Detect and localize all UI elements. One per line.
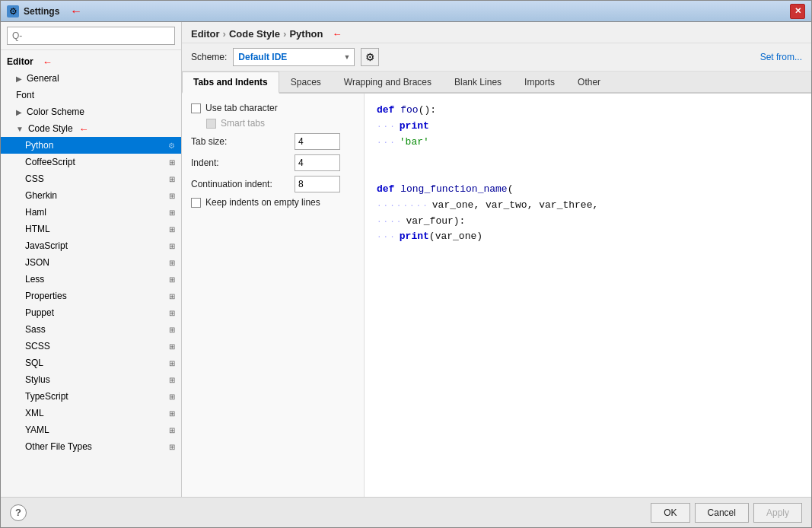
- set-from-link[interactable]: Set from...: [760, 52, 802, 62]
- breadcrumb-arrow: ←: [333, 28, 342, 40]
- sidebar-item-python[interactable]: Python ⚙: [1, 137, 181, 154]
- less-icon: ⊞: [169, 275, 175, 284]
- breadcrumb-code-style: Code Style: [229, 28, 280, 40]
- typescript-icon: ⊞: [169, 393, 175, 401]
- code-line-6: def long_function_name(: [377, 182, 799, 198]
- puppet-icon: ⊞: [169, 309, 175, 317]
- stylus-icon: ⊞: [169, 376, 175, 384]
- tabs-bar: Tabs and Indents Spaces Wrapping and Bra…: [182, 72, 811, 94]
- sass-icon: ⊞: [169, 326, 175, 334]
- scheme-select[interactable]: Default IDE: [233, 48, 355, 66]
- search-bar: [1, 22, 181, 50]
- code-line-3: ···'bar': [377, 135, 799, 151]
- content-area: Use tab character Smart tabs Tab size: I…: [182, 94, 811, 497]
- sidebar-item-less[interactable]: Less ⊞: [1, 271, 181, 288]
- sidebar-item-coffeescript[interactable]: CoffeeScript ⊞: [1, 154, 181, 170]
- continuation-indent-input[interactable]: [295, 176, 340, 192]
- sidebar-item-editor[interactable]: Editor ←: [1, 53, 181, 70]
- apply-button[interactable]: Apply: [753, 503, 802, 523]
- indent-label: Indent:: [191, 157, 290, 168]
- code-preview: def foo(): ···print ···'bar' d: [365, 94, 811, 497]
- sidebar-item-code-style[interactable]: ▼ Code Style ←: [1, 120, 181, 137]
- breadcrumb-sep1: ›: [223, 28, 226, 40]
- sidebar-item-sql[interactable]: SQL ⊞: [1, 355, 181, 371]
- tab-other[interactable]: Other: [566, 72, 612, 94]
- sidebar-item-color-scheme[interactable]: ▶ Color Scheme: [1, 103, 181, 120]
- keep-indents-checkbox[interactable]: [191, 198, 201, 208]
- scss-icon: ⊞: [169, 342, 175, 351]
- breadcrumb-python: Python: [289, 28, 323, 40]
- sidebar-item-javascript[interactable]: JavaScript ⊞: [1, 237, 181, 254]
- sidebar-item-sass[interactable]: Sass ⊞: [1, 321, 181, 338]
- smart-tabs-row: Smart tabs: [191, 118, 355, 129]
- javascript-icon: ⊞: [169, 242, 175, 250]
- editor-arrow: ←: [43, 56, 53, 68]
- sidebar-item-gherkin[interactable]: Gherkin ⊞: [1, 187, 181, 204]
- keep-indents-label: Keep indents on empty lines: [205, 197, 320, 208]
- other-file-types-icon: ⊞: [169, 443, 175, 451]
- sidebar-item-scss[interactable]: SCSS ⊞: [1, 338, 181, 355]
- scheme-gear-button[interactable]: ⚙: [361, 48, 379, 66]
- right-panel: Editor › Code Style › Python ← Scheme: D…: [182, 22, 811, 497]
- tab-imports[interactable]: Imports: [513, 72, 566, 94]
- use-tab-character-checkbox[interactable]: [191, 103, 201, 113]
- sidebar-item-json[interactable]: JSON ⊞: [1, 254, 181, 271]
- tab-size-row: Tab size:: [191, 133, 355, 150]
- smart-tabs-checkbox[interactable]: [206, 119, 216, 129]
- indent-input[interactable]: [295, 154, 340, 171]
- code-line-8: ····var_four):: [377, 214, 799, 230]
- scheme-select-wrap: Default IDE: [233, 48, 355, 66]
- tab-size-input[interactable]: [295, 133, 340, 150]
- smart-tabs-label: Smart tabs: [221, 118, 265, 129]
- sidebar: Editor ← ▶ General Font: [1, 22, 182, 497]
- bottom-bar: ? OK Cancel Apply: [1, 497, 811, 527]
- title-bar-left: ⚙ Settings ←: [7, 5, 82, 18]
- html-icon: ⊞: [169, 225, 175, 234]
- breadcrumb-sep2: ›: [283, 28, 286, 40]
- sidebar-item-puppet[interactable]: Puppet ⊞: [1, 304, 181, 321]
- tab-spaces[interactable]: Spaces: [279, 72, 333, 94]
- scheme-label: Scheme:: [191, 52, 227, 62]
- sidebar-item-xml[interactable]: XML ⊞: [1, 405, 181, 421]
- sidebar-item-font[interactable]: Font: [1, 87, 181, 103]
- ok-button[interactable]: OK: [651, 503, 689, 523]
- close-button[interactable]: ✕: [790, 4, 805, 19]
- keep-indents-row: Keep indents on empty lines: [191, 197, 355, 208]
- sidebar-item-haml[interactable]: Haml ⊞: [1, 204, 181, 221]
- title-bar: ⚙ Settings ← ✕: [1, 1, 811, 22]
- continuation-indent-row: Continuation indent:: [191, 176, 355, 192]
- sidebar-item-properties[interactable]: Properties ⊞: [1, 288, 181, 304]
- code-style-arrow: ←: [79, 123, 89, 135]
- main-content: Editor ← ▶ General Font: [1, 22, 811, 497]
- search-input[interactable]: [7, 27, 175, 45]
- settings-window: ⚙ Settings ← ✕ Editor ←: [0, 0, 812, 528]
- sidebar-item-typescript[interactable]: TypeScript ⊞: [1, 388, 181, 405]
- sidebar-item-css[interactable]: CSS ⊞: [1, 170, 181, 187]
- css-icon: ⊞: [169, 175, 175, 183]
- tab-wrapping-and-braces[interactable]: Wrapping and Braces: [333, 72, 443, 94]
- tab-tabs-and-indents[interactable]: Tabs and Indents: [182, 72, 279, 94]
- scheme-bar: Scheme: Default IDE ⚙ Set from...: [182, 43, 811, 72]
- sidebar-item-general[interactable]: ▶ General: [1, 70, 181, 87]
- sidebar-item-html[interactable]: HTML ⊞: [1, 221, 181, 237]
- options-panel: Use tab character Smart tabs Tab size: I…: [182, 94, 365, 497]
- python-settings-icon: ⚙: [168, 142, 175, 150]
- code-line-2: ···print: [377, 119, 799, 135]
- arrow-indicator: ←: [70, 5, 82, 18]
- breadcrumb-editor: Editor: [191, 28, 220, 40]
- tab-blank-lines[interactable]: Blank Lines: [443, 72, 513, 94]
- breadcrumb: Editor › Code Style › Python ←: [182, 22, 811, 43]
- code-line-5: [377, 166, 799, 182]
- yaml-icon: ⊞: [169, 426, 175, 434]
- help-button[interactable]: ?: [10, 504, 27, 521]
- sidebar-item-yaml[interactable]: YAML ⊞: [1, 421, 181, 438]
- haml-icon: ⊞: [169, 208, 175, 217]
- cancel-button[interactable]: Cancel: [695, 503, 749, 523]
- sidebar-item-stylus[interactable]: Stylus ⊞: [1, 371, 181, 388]
- settings-app-icon: ⚙: [7, 5, 19, 17]
- coffeescript-icon: ⊞: [169, 158, 175, 167]
- code-line-1: def foo():: [377, 103, 799, 119]
- continuation-indent-label: Continuation indent:: [191, 179, 290, 189]
- code-line-9: ···print(var_one): [377, 229, 799, 245]
- sidebar-item-other-file-types[interactable]: Other File Types ⊞: [1, 438, 181, 455]
